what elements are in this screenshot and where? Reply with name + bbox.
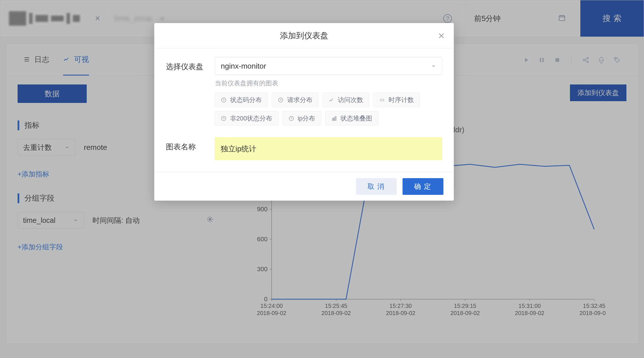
chart-chip[interactable]: 访问次数 (323, 93, 369, 107)
chart-chip[interactable]: 状态堆叠图 (325, 111, 378, 126)
modal-footer: 取消 确定 (154, 172, 454, 201)
chart-chip[interactable]: 请求分布 (272, 93, 319, 107)
select-dashboard[interactable]: nginx-monitor (215, 57, 442, 75)
ok-button[interactable]: 确定 (403, 178, 444, 195)
chart-chip[interactable]: 123时序计数 (373, 93, 420, 107)
chip-label: 访问次数 (338, 96, 363, 104)
chart-chips: 状态码分布请求分布访问次数123时序计数非200状态分布ip分布状态堆叠图 (215, 93, 442, 126)
charts-sublabel: 当前仪表盘拥有的图表 (215, 79, 442, 88)
chip-icon (329, 97, 334, 103)
chip-icon: 123 (379, 97, 385, 103)
chip-label: 请求分布 (287, 96, 312, 104)
chart-name-label: 图表名称 (166, 137, 215, 152)
chevron-down-icon (431, 62, 436, 71)
chip-icon (278, 97, 284, 103)
chip-icon (288, 116, 294, 121)
close-icon[interactable] (437, 31, 446, 40)
chip-label: 非200状态分布 (230, 114, 272, 123)
chip-icon (221, 116, 227, 121)
chip-label: 状态堆叠图 (340, 114, 372, 123)
select-dashboard-label: 选择仪表盘 (166, 57, 215, 72)
svg-text:123: 123 (379, 99, 384, 102)
chip-label: 时序计数 (389, 96, 414, 104)
chip-icon (331, 116, 337, 121)
chart-chip[interactable]: 非200状态分布 (215, 111, 279, 126)
svg-rect-46 (332, 118, 333, 120)
svg-rect-47 (334, 118, 335, 120)
modal-body: 选择仪表盘 nginx-monitor 当前仪表盘拥有的图表 状态码分布请求分布… (154, 48, 454, 172)
chip-label: 状态码分布 (230, 96, 262, 104)
chart-name-input[interactable] (215, 137, 442, 160)
chart-chip[interactable]: 状态码分布 (215, 93, 268, 107)
modal-title: 添加到仪表盘 (280, 30, 328, 41)
chart-chip[interactable]: ip分布 (282, 111, 321, 126)
chip-icon (221, 97, 227, 103)
svg-rect-48 (335, 116, 336, 120)
chip-label: ip分布 (298, 114, 315, 123)
modal-header: 添加到仪表盘 (154, 23, 454, 48)
cancel-button[interactable]: 取消 (356, 178, 397, 195)
add-to-dashboard-modal: 添加到仪表盘 选择仪表盘 nginx-monitor 当前仪表盘拥有的图表 状态… (154, 23, 454, 201)
select-dashboard-value: nginx-monitor (221, 62, 266, 71)
